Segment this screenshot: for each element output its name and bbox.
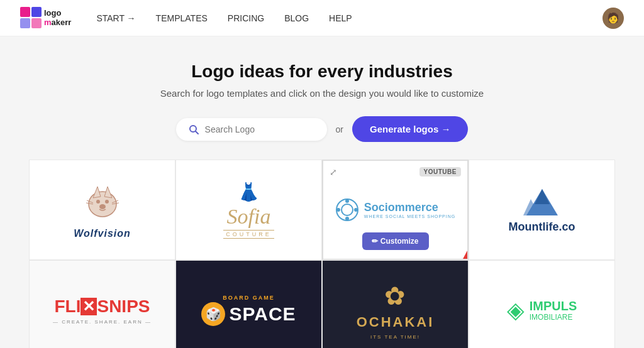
svg-point-21 [354, 208, 358, 212]
ochakai-flower-icon: ✿ [384, 281, 406, 310]
ochakai-tagline: ITS TEA TIME! [370, 334, 420, 340]
expand-icon: ⤢ [330, 167, 337, 177]
logo-grid: Wolfvision 👗 Sofia COUTURE ⤢ YOUTUBE [14, 160, 630, 348]
logo-card-flixsnips[interactable]: FLI✕SNIPS — CREATE. SHARE. EARN — [29, 260, 175, 348]
logo-text: logomakerr [44, 9, 71, 27]
red-arrow [445, 234, 469, 260]
search-icon [189, 124, 199, 134]
navbar: logomakerr START → TEMPLATES PRICING BLO… [0, 0, 644, 36]
svg-point-11 [99, 204, 106, 209]
svg-marker-8 [104, 187, 112, 198]
ochakai-logo: ✿ OCHAKAI ITS TEA TIME! [357, 281, 435, 340]
hero-title: Logo ideas for every industries [13, 62, 631, 82]
flixsnips-name: FLI✕SNIPS [54, 296, 150, 317]
impuls-name: IMPULS [530, 299, 577, 313]
sociommerce-icon [335, 198, 359, 222]
flixsnips-logo: FLI✕SNIPS — CREATE. SHARE. EARN — [53, 296, 152, 325]
user-avatar[interactable]: 🧑 [602, 8, 624, 29]
svg-point-19 [345, 217, 349, 220]
or-divider: or [336, 124, 343, 134]
sofia-couture-text: COUTURE [223, 230, 274, 239]
search-input[interactable] [205, 124, 314, 134]
svg-marker-7 [93, 187, 101, 198]
svg-point-9 [96, 200, 100, 204]
logo-card-wolfvision[interactable]: Wolfvision [29, 160, 175, 260]
search-row: or Generate logos → [13, 116, 631, 142]
nav-links: START → TEMPLATES PRICING BLOG HELP [96, 13, 602, 23]
sofia-hanger-icon: 👗 [238, 182, 260, 202]
nav-templates[interactable]: TEMPLATES [156, 13, 208, 23]
svg-line-5 [196, 131, 198, 134]
generate-logos-button[interactable]: Generate logos → [352, 116, 468, 142]
logo-card-impuls[interactable]: ◈ IMPULS IMOBILIARE [469, 260, 615, 348]
logo-card-mountlife[interactable]: Mountlife.co [469, 160, 615, 260]
sofia-text: Sofia [227, 205, 271, 229]
svg-point-10 [105, 200, 109, 204]
hero-section: Logo ideas for every industries Search f… [0, 36, 644, 160]
mountain-icon [523, 187, 561, 218]
hero-subtitle: Search for logo templates and click on t… [13, 88, 631, 99]
site-logo[interactable]: logomakerr [20, 7, 71, 30]
svg-rect-2 [20, 18, 30, 28]
impuls-sub: IMOBILIARE [530, 313, 577, 322]
svg-marker-24 [535, 189, 550, 204]
nav-blog[interactable]: BLOG [284, 13, 309, 23]
svg-point-20 [336, 208, 340, 212]
svg-point-18 [345, 199, 349, 203]
search-box[interactable] [176, 118, 327, 141]
logo-card-ochakai[interactable]: ✿ OCHAKAI ITS TEA TIME! [322, 260, 469, 348]
logo-card-sociommerce[interactable]: ⤢ YOUTUBE Sociommerce WHERE SOCIAL MEETS… [322, 160, 469, 260]
impuls-logo: ◈ IMPULS IMOBILIARE [507, 297, 577, 324]
svg-point-17 [341, 204, 353, 215]
nav-start[interactable]: START → [96, 13, 135, 23]
flixsnips-tagline: — CREATE. SHARE. EARN — [53, 319, 152, 325]
wolfvision-logo: Wolfvision [74, 180, 131, 239]
wolfvision-text: Wolfvision [74, 228, 131, 239]
mountlife-text: Mountlife.co [509, 220, 575, 234]
boardgame-top-text: BOARD GAME [223, 295, 275, 301]
sociommerce-tagline: WHERE SOCIAL MEETS SHOPPING [364, 214, 455, 219]
sociommerce-logo: Sociommerce WHERE SOCIAL MEETS SHOPPING [335, 198, 455, 222]
logo-card-boardgamespace[interactable]: BOARD GAME 🎲 SPACE [175, 260, 322, 348]
customize-button[interactable]: ✏ Customize [362, 232, 428, 250]
sofia-logo: 👗 Sofia COUTURE [223, 182, 274, 239]
impuls-icon: ◈ [507, 297, 525, 324]
sociommerce-name: Sociommerce [364, 201, 455, 214]
nav-help[interactable]: HELP [329, 13, 352, 23]
svg-rect-0 [20, 7, 30, 17]
wolf-icon [80, 180, 125, 224]
ochakai-name: OCHAKAI [357, 314, 435, 330]
youtube-badge: YOUTUBE [419, 167, 461, 177]
boardgame-space-text: SPACE [229, 303, 296, 325]
nav-pricing[interactable]: PRICING [228, 13, 264, 23]
svg-rect-1 [31, 7, 42, 17]
svg-rect-3 [31, 18, 42, 28]
logo-card-sofia[interactable]: 👗 Sofia COUTURE [175, 160, 322, 260]
mountlife-logo: Mountlife.co [509, 187, 575, 234]
boardgame-ball-icon: 🎲 [201, 302, 225, 326]
boardgamespace-logo: BOARD GAME 🎲 SPACE [201, 295, 296, 326]
